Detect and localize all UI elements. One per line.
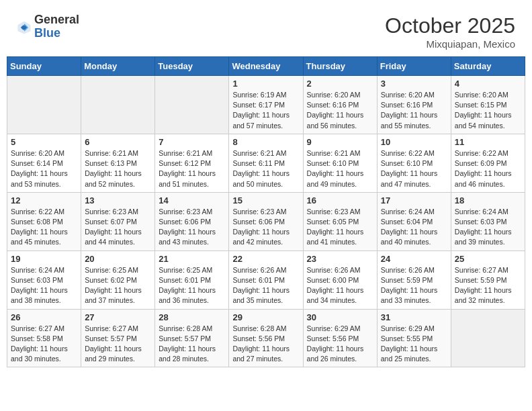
weekday-row: SundayMondayTuesdayWednesdayThursdayFrid…: [7, 57, 525, 76]
calendar-week-row: 12Sunrise: 6:22 AM Sunset: 6:08 PM Dayli…: [7, 192, 525, 250]
day-info: Sunrise: 6:21 AM Sunset: 6:11 PM Dayligh…: [232, 148, 299, 189]
weekday-header: Thursday: [303, 57, 377, 76]
calendar-cell: 31Sunrise: 6:29 AM Sunset: 5:55 PM Dayli…: [377, 309, 451, 367]
day-info: Sunrise: 6:24 AM Sunset: 6:03 PM Dayligh…: [455, 207, 521, 248]
day-number: 13: [85, 195, 151, 205]
day-number: 29: [232, 312, 299, 322]
day-number: 3: [381, 79, 447, 89]
day-info: Sunrise: 6:23 AM Sunset: 6:06 PM Dayligh…: [232, 207, 299, 248]
calendar-cell: 7Sunrise: 6:21 AM Sunset: 6:12 PM Daylig…: [155, 134, 229, 192]
day-info: Sunrise: 6:25 AM Sunset: 6:01 PM Dayligh…: [159, 265, 225, 306]
day-info: Sunrise: 6:24 AM Sunset: 6:03 PM Dayligh…: [11, 265, 77, 306]
day-number: 7: [159, 137, 225, 147]
logo-icon: [17, 20, 32, 35]
calendar-cell: 11Sunrise: 6:22 AM Sunset: 6:09 PM Dayli…: [451, 134, 525, 192]
calendar-cell: 19Sunrise: 6:24 AM Sunset: 6:03 PM Dayli…: [7, 250, 81, 309]
calendar-cell: 21Sunrise: 6:25 AM Sunset: 6:01 PM Dayli…: [155, 250, 229, 309]
calendar-cell: 10Sunrise: 6:22 AM Sunset: 6:10 PM Dayli…: [377, 134, 451, 192]
calendar-cell: 26Sunrise: 6:27 AM Sunset: 5:58 PM Dayli…: [7, 309, 81, 367]
calendar-cell: 27Sunrise: 6:27 AM Sunset: 5:57 PM Dayli…: [81, 309, 155, 367]
day-info: Sunrise: 6:28 AM Sunset: 5:56 PM Dayligh…: [232, 324, 299, 365]
calendar-header: SundayMondayTuesdayWednesdayThursdayFrid…: [7, 57, 525, 76]
day-number: 10: [381, 137, 447, 147]
logo-blue: Blue: [34, 27, 79, 40]
weekday-header: Wednesday: [229, 57, 303, 76]
day-number: 17: [381, 195, 447, 205]
calendar-cell: 28Sunrise: 6:28 AM Sunset: 5:57 PM Dayli…: [155, 309, 229, 367]
calendar-cell: 30Sunrise: 6:29 AM Sunset: 5:56 PM Dayli…: [303, 309, 377, 367]
day-info: Sunrise: 6:27 AM Sunset: 5:58 PM Dayligh…: [11, 324, 77, 365]
day-number: 19: [11, 254, 77, 264]
day-info: Sunrise: 6:28 AM Sunset: 5:57 PM Dayligh…: [159, 324, 225, 365]
weekday-header: Monday: [81, 57, 155, 76]
page-header: General Blue October 2025 Mixquiapan, Me…: [7, 7, 525, 53]
calendar-cell: 2Sunrise: 6:20 AM Sunset: 6:16 PM Daylig…: [303, 76, 377, 134]
calendar-body: 1Sunrise: 6:19 AM Sunset: 6:17 PM Daylig…: [7, 76, 525, 367]
calendar-cell: 29Sunrise: 6:28 AM Sunset: 5:56 PM Dayli…: [229, 309, 303, 367]
day-info: Sunrise: 6:22 AM Sunset: 6:09 PM Dayligh…: [455, 148, 521, 189]
day-number: 15: [232, 195, 299, 205]
day-number: 23: [307, 254, 373, 264]
location: Mixquiapan, Mexico: [385, 38, 515, 50]
calendar-cell: [81, 76, 155, 134]
day-info: Sunrise: 6:20 AM Sunset: 6:16 PM Dayligh…: [381, 90, 447, 131]
day-number: 16: [307, 195, 373, 205]
day-info: Sunrise: 6:20 AM Sunset: 6:14 PM Dayligh…: [11, 148, 77, 189]
day-info: Sunrise: 6:22 AM Sunset: 6:10 PM Dayligh…: [381, 148, 447, 189]
calendar-table: SundayMondayTuesdayWednesdayThursdayFrid…: [7, 56, 525, 367]
calendar-cell: 23Sunrise: 6:26 AM Sunset: 6:00 PM Dayli…: [303, 250, 377, 309]
calendar-cell: 5Sunrise: 6:20 AM Sunset: 6:14 PM Daylig…: [7, 134, 81, 192]
calendar-cell: [7, 76, 81, 134]
day-number: 27: [85, 312, 151, 322]
logo-text: General Blue: [34, 13, 79, 40]
day-info: Sunrise: 6:21 AM Sunset: 6:12 PM Dayligh…: [159, 148, 225, 189]
day-number: 12: [11, 195, 77, 205]
calendar-cell: 24Sunrise: 6:26 AM Sunset: 5:59 PM Dayli…: [377, 250, 451, 309]
day-info: Sunrise: 6:29 AM Sunset: 5:55 PM Dayligh…: [381, 324, 447, 365]
logo: General Blue: [17, 13, 79, 40]
day-number: 1: [232, 79, 299, 89]
day-info: Sunrise: 6:25 AM Sunset: 6:02 PM Dayligh…: [85, 265, 151, 306]
day-info: Sunrise: 6:23 AM Sunset: 6:06 PM Dayligh…: [159, 207, 225, 248]
calendar-cell: 16Sunrise: 6:23 AM Sunset: 6:05 PM Dayli…: [303, 192, 377, 250]
day-number: 22: [232, 254, 299, 264]
day-number: 6: [85, 137, 151, 147]
calendar-cell: 6Sunrise: 6:21 AM Sunset: 6:13 PM Daylig…: [81, 134, 155, 192]
day-number: 18: [455, 195, 521, 205]
day-number: 20: [85, 254, 151, 264]
day-info: Sunrise: 6:20 AM Sunset: 6:16 PM Dayligh…: [307, 90, 373, 131]
calendar-cell: 3Sunrise: 6:20 AM Sunset: 6:16 PM Daylig…: [377, 76, 451, 134]
calendar-cell: 13Sunrise: 6:23 AM Sunset: 6:07 PM Dayli…: [81, 192, 155, 250]
calendar-week-row: 19Sunrise: 6:24 AM Sunset: 6:03 PM Dayli…: [7, 250, 525, 309]
day-number: 5: [11, 137, 77, 147]
day-number: 4: [455, 79, 521, 89]
day-info: Sunrise: 6:29 AM Sunset: 5:56 PM Dayligh…: [307, 324, 373, 365]
calendar-cell: 25Sunrise: 6:27 AM Sunset: 5:59 PM Dayli…: [451, 250, 525, 309]
day-number: 21: [159, 254, 225, 264]
day-info: Sunrise: 6:27 AM Sunset: 5:57 PM Dayligh…: [85, 324, 151, 365]
month-title: October 2025: [385, 13, 515, 38]
day-number: 11: [455, 137, 521, 147]
day-info: Sunrise: 6:26 AM Sunset: 6:01 PM Dayligh…: [232, 265, 299, 306]
day-number: 24: [381, 254, 447, 264]
calendar-cell: 14Sunrise: 6:23 AM Sunset: 6:06 PM Dayli…: [155, 192, 229, 250]
title-area: October 2025 Mixquiapan, Mexico: [385, 13, 515, 50]
calendar-cell: 15Sunrise: 6:23 AM Sunset: 6:06 PM Dayli…: [229, 192, 303, 250]
day-info: Sunrise: 6:23 AM Sunset: 6:05 PM Dayligh…: [307, 207, 373, 248]
calendar-week-row: 5Sunrise: 6:20 AM Sunset: 6:14 PM Daylig…: [7, 134, 525, 192]
day-info: Sunrise: 6:27 AM Sunset: 5:59 PM Dayligh…: [455, 265, 521, 306]
calendar-cell: 17Sunrise: 6:24 AM Sunset: 6:04 PM Dayli…: [377, 192, 451, 250]
day-number: 30: [307, 312, 373, 322]
weekday-header: Friday: [377, 57, 451, 76]
day-info: Sunrise: 6:26 AM Sunset: 6:00 PM Dayligh…: [307, 265, 373, 306]
weekday-header: Saturday: [451, 57, 525, 76]
day-number: 2: [307, 79, 373, 89]
calendar-week-row: 26Sunrise: 6:27 AM Sunset: 5:58 PM Dayli…: [7, 309, 525, 367]
calendar-cell: [451, 309, 525, 367]
logo-general: General: [34, 13, 79, 27]
calendar-cell: 1Sunrise: 6:19 AM Sunset: 6:17 PM Daylig…: [229, 76, 303, 134]
day-number: 28: [159, 312, 225, 322]
calendar-week-row: 1Sunrise: 6:19 AM Sunset: 6:17 PM Daylig…: [7, 76, 525, 134]
calendar-cell: 4Sunrise: 6:20 AM Sunset: 6:15 PM Daylig…: [451, 76, 525, 134]
day-info: Sunrise: 6:26 AM Sunset: 5:59 PM Dayligh…: [381, 265, 447, 306]
